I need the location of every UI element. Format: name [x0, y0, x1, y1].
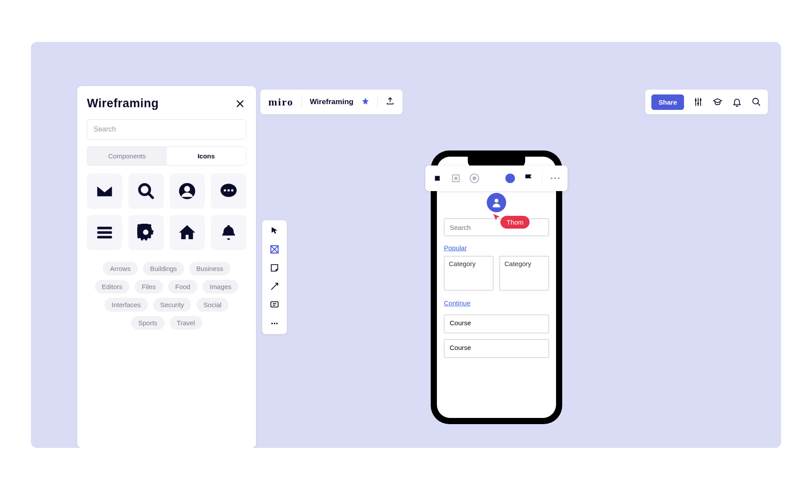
circle-outline-icon — [469, 173, 480, 184]
comment-tool[interactable] — [269, 300, 280, 310]
settings-button[interactable] — [693, 97, 703, 107]
wireframe-content: Popular Category Category Continue Cours… — [444, 193, 549, 411]
bell-icon — [220, 224, 237, 241]
learn-button[interactable] — [712, 97, 723, 107]
wireframe-course-row[interactable]: Course — [444, 315, 549, 333]
tag-item[interactable]: Images — [203, 280, 238, 293]
ctx-flag[interactable] — [523, 173, 534, 184]
tag-list: Arrows Buildings Business Editors Files … — [87, 262, 246, 330]
svg-point-10 — [695, 99, 696, 101]
canvas-background: Wireframing Components Icons — [31, 42, 781, 448]
graduation-cap-icon — [713, 97, 722, 107]
svg-point-11 — [697, 103, 699, 105]
board-header-left: miro Wireframing — [260, 90, 402, 114]
wireframing-panel: Wireframing Components Icons — [77, 86, 256, 448]
dot-icon — [558, 177, 560, 179]
wireframe-category-card[interactable]: Category — [444, 256, 493, 290]
icon-item-comment[interactable] — [211, 173, 246, 209]
svg-point-19 — [495, 199, 499, 203]
tag-item[interactable]: Food — [168, 280, 197, 293]
svg-point-6 — [231, 189, 233, 192]
board-title[interactable]: Wireframing — [310, 98, 353, 106]
share-button[interactable]: Share — [651, 94, 684, 110]
icon-item-gear[interactable] — [128, 215, 164, 250]
selection-context-bar — [425, 165, 568, 191]
board-header-right: Share — [645, 90, 768, 114]
svg-point-13 — [753, 98, 759, 104]
flag-icon — [523, 173, 534, 184]
arrow-tool[interactable] — [269, 281, 280, 292]
wireframe-popular-link[interactable]: Popular — [444, 244, 467, 252]
svg-point-18 — [276, 323, 278, 324]
tag-item[interactable]: Files — [135, 280, 163, 293]
arrow-icon — [270, 282, 279, 291]
ctx-fill-black[interactable] — [432, 173, 443, 184]
more-horizontal-icon — [270, 319, 279, 328]
wireframe-continue-link[interactable]: Continue — [444, 299, 470, 307]
panel-tabs: Components Icons — [87, 147, 246, 165]
svg-rect-9 — [97, 236, 112, 238]
cursor-icon — [270, 226, 279, 236]
tag-item[interactable]: Editors — [95, 280, 130, 293]
svg-rect-15 — [271, 302, 278, 307]
svg-point-5 — [227, 189, 229, 192]
tab-components[interactable]: Components — [87, 147, 167, 165]
envelope-icon — [96, 182, 113, 200]
tag-item[interactable]: Security — [153, 298, 191, 312]
circle-solid-icon — [504, 173, 516, 184]
panel-search-input[interactable] — [87, 119, 246, 139]
tag-item[interactable]: Sports — [131, 316, 164, 330]
wireframe-course-row[interactable]: Course — [444, 339, 549, 358]
ctx-separator — [541, 172, 542, 185]
favorite-button[interactable] — [361, 97, 369, 107]
ctx-border-square[interactable] — [450, 173, 462, 184]
collaborator-cursor: Thom — [492, 212, 501, 224]
tag-item[interactable]: Interfaces — [105, 298, 148, 312]
phone-screen: Popular Category Category Continue Cours… — [437, 157, 556, 418]
dot-icon — [551, 177, 553, 179]
svg-rect-20 — [435, 176, 440, 181]
ctx-border-circle[interactable] — [469, 173, 480, 184]
icon-item-search[interactable] — [128, 173, 164, 209]
wireframe-avatar[interactable] — [487, 193, 506, 212]
collaborator-name-label: Thom — [500, 216, 530, 229]
user-icon — [491, 197, 502, 208]
sticky-note-tool[interactable] — [269, 263, 280, 273]
phone-frame[interactable]: Popular Category Category Continue Cours… — [431, 150, 562, 424]
ctx-color-swatch[interactable] — [504, 173, 516, 184]
canvas-toolbar — [262, 220, 287, 334]
tag-item[interactable]: Arrows — [103, 262, 138, 275]
export-button[interactable] — [386, 97, 395, 107]
icon-item-envelope[interactable] — [87, 173, 122, 209]
icon-item-menu[interactable] — [87, 215, 122, 250]
svg-point-4 — [224, 189, 226, 192]
menu-icon — [96, 224, 113, 241]
more-tools[interactable] — [269, 318, 280, 329]
svg-point-24 — [473, 177, 477, 181]
tag-item[interactable]: Business — [189, 262, 230, 275]
close-panel-button[interactable] — [234, 98, 246, 110]
square-solid-icon — [432, 173, 443, 184]
svg-rect-7 — [97, 226, 112, 229]
brand-logo[interactable]: miro — [268, 96, 293, 108]
tag-item[interactable]: Buildings — [143, 262, 184, 275]
svg-point-17 — [274, 323, 275, 324]
wireframe-tool[interactable] — [269, 244, 280, 255]
dot-icon — [554, 177, 556, 179]
icon-item-home[interactable] — [170, 215, 205, 250]
icon-item-user[interactable] — [170, 173, 205, 209]
icon-grid — [87, 173, 246, 250]
tag-item[interactable]: Travel — [170, 316, 202, 330]
wireframe-category-card[interactable]: Category — [500, 256, 549, 290]
tab-icons[interactable]: Icons — [167, 147, 246, 165]
tag-item[interactable]: Social — [196, 298, 229, 312]
icon-item-bell[interactable] — [211, 215, 246, 250]
notifications-button[interactable] — [732, 97, 742, 107]
star-icon — [361, 97, 369, 105]
header-separator — [377, 95, 378, 109]
search-button[interactable] — [751, 97, 762, 107]
ctx-more-button[interactable] — [549, 177, 561, 179]
svg-rect-22 — [455, 177, 458, 180]
select-tool[interactable] — [269, 226, 280, 236]
svg-point-12 — [699, 99, 701, 101]
